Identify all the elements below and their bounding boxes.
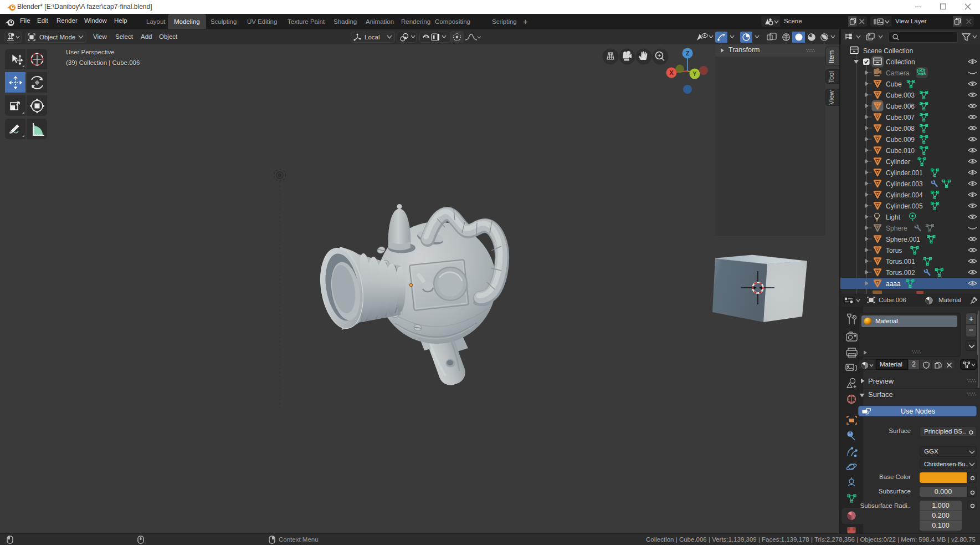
svg-text:Torus.001: Torus.001: [886, 258, 915, 266]
svg-text:aaaa: aaaa: [886, 280, 901, 288]
svg-text:Cube.007: Cube.007: [886, 114, 915, 121]
svg-text:Cube.010: Cube.010: [886, 147, 915, 155]
svg-text:X: X: [669, 69, 674, 76]
svg-text:Sphere: Sphere: [886, 225, 907, 232]
svg-text:Cylinder.005: Cylinder.005: [886, 202, 923, 210]
svg-text:Scene Collection: Scene Collection: [863, 47, 913, 55]
svg-text:Collection: Collection: [886, 58, 915, 66]
svg-text:Z: Z: [686, 50, 690, 57]
svg-text:Cylinder: Cylinder: [886, 158, 910, 166]
svg-text:Light: Light: [886, 213, 901, 221]
svg-text:Cylinder.001: Cylinder.001: [886, 169, 923, 177]
svg-text:Cube.006: Cube.006: [886, 103, 915, 110]
svg-text:Y: Y: [692, 70, 697, 77]
svg-text:Cube.008: Cube.008: [886, 125, 915, 133]
svg-text:Cylinder.004: Cylinder.004: [886, 191, 923, 199]
svg-text:Cube.009: Cube.009: [886, 136, 915, 144]
svg-text:Camera: Camera: [886, 69, 910, 77]
svg-text:Torus.002: Torus.002: [886, 269, 915, 277]
svg-text:Torus: Torus: [886, 247, 902, 254]
svg-text:Cylinder.003: Cylinder.003: [886, 180, 923, 188]
svg-text:Cube: Cube: [886, 80, 902, 88]
svg-text:Sphere.001: Sphere.001: [886, 236, 920, 243]
svg-text:Cube.003: Cube.003: [886, 91, 915, 99]
